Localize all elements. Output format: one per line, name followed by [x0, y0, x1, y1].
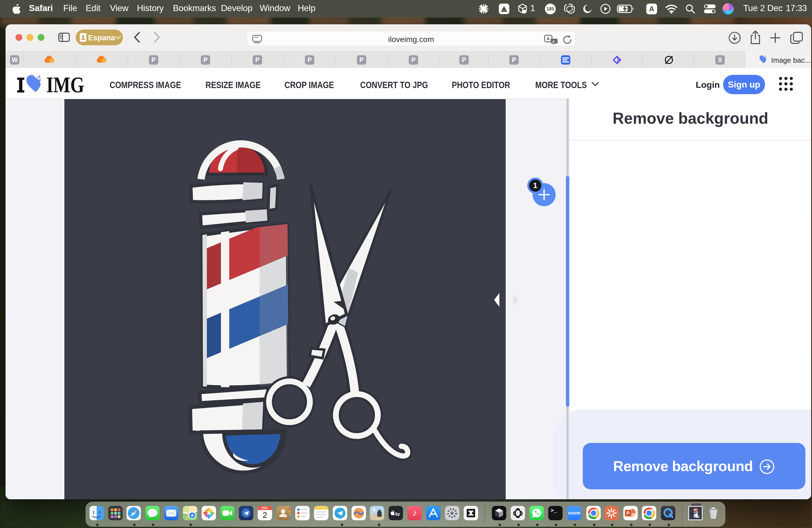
svg-text:P: P: [626, 511, 629, 516]
svg-text:x: x: [552, 39, 555, 44]
svg-text:A: A: [547, 36, 550, 41]
svg-text:tv: tv: [395, 511, 400, 517]
